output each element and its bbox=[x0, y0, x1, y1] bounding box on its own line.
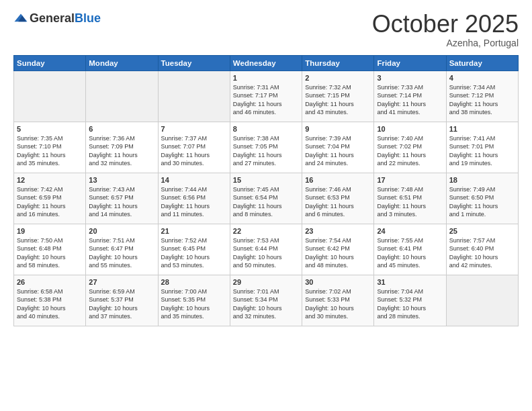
day-info: Sunrise: 7:45 AM Sunset: 6:54 PM Dayligh… bbox=[233, 185, 299, 219]
calendar-cell: 23Sunrise: 7:54 AM Sunset: 6:42 PM Dayli… bbox=[302, 224, 374, 275]
day-info: Sunrise: 7:43 AM Sunset: 6:57 PM Dayligh… bbox=[89, 185, 154, 219]
calendar-cell: 4Sunrise: 7:34 AM Sunset: 7:12 PM Daylig… bbox=[446, 71, 518, 122]
day-number: 4 bbox=[449, 74, 515, 82]
logo-text: GeneralBlue bbox=[30, 11, 101, 26]
day-number: 31 bbox=[377, 278, 443, 286]
calendar-cell: 19Sunrise: 7:50 AM Sunset: 6:48 PM Dayli… bbox=[14, 224, 86, 275]
day-number: 16 bbox=[305, 176, 371, 184]
day-info: Sunrise: 7:54 AM Sunset: 6:42 PM Dayligh… bbox=[305, 236, 371, 270]
day-info: Sunrise: 7:00 AM Sunset: 5:35 PM Dayligh… bbox=[161, 287, 227, 321]
logo: GeneralBlue bbox=[13, 11, 101, 26]
header-thursday: Thursday bbox=[302, 55, 374, 71]
day-info: Sunrise: 7:36 AM Sunset: 7:09 PM Dayligh… bbox=[89, 134, 154, 168]
day-info: Sunrise: 7:40 AM Sunset: 7:02 PM Dayligh… bbox=[377, 134, 443, 168]
day-info: Sunrise: 7:52 AM Sunset: 6:45 PM Dayligh… bbox=[161, 236, 227, 270]
day-info: Sunrise: 7:48 AM Sunset: 6:51 PM Dayligh… bbox=[377, 185, 443, 219]
day-info: Sunrise: 7:34 AM Sunset: 7:12 PM Dayligh… bbox=[449, 83, 515, 117]
day-info: Sunrise: 7:04 AM Sunset: 5:32 PM Dayligh… bbox=[377, 287, 443, 321]
calendar-cell: 3Sunrise: 7:33 AM Sunset: 7:14 PM Daylig… bbox=[374, 71, 446, 122]
day-info: Sunrise: 6:58 AM Sunset: 5:38 PM Dayligh… bbox=[17, 287, 83, 321]
logo-blue: Blue bbox=[75, 11, 101, 25]
calendar-cell: 27Sunrise: 6:59 AM Sunset: 5:37 PM Dayli… bbox=[86, 275, 158, 326]
logo-general: General bbox=[30, 11, 75, 25]
day-info: Sunrise: 7:42 AM Sunset: 6:59 PM Dayligh… bbox=[17, 185, 83, 219]
calendar-cell: 6Sunrise: 7:36 AM Sunset: 7:09 PM Daylig… bbox=[86, 122, 158, 173]
day-number: 19 bbox=[17, 227, 83, 235]
calendar-cell: 28Sunrise: 7:00 AM Sunset: 5:35 PM Dayli… bbox=[158, 275, 230, 326]
header-sunday: Sunday bbox=[14, 55, 86, 71]
day-info: Sunrise: 7:37 AM Sunset: 7:07 PM Dayligh… bbox=[161, 134, 227, 168]
calendar-week-row-1: 1Sunrise: 7:31 AM Sunset: 7:17 PM Daylig… bbox=[14, 71, 519, 122]
day-number: 25 bbox=[449, 227, 515, 235]
day-number: 20 bbox=[89, 227, 154, 235]
calendar-cell: 24Sunrise: 7:55 AM Sunset: 6:41 PM Dayli… bbox=[374, 224, 446, 275]
day-number: 15 bbox=[233, 176, 299, 184]
calendar-cell: 5Sunrise: 7:35 AM Sunset: 7:10 PM Daylig… bbox=[14, 122, 86, 173]
header-monday: Monday bbox=[86, 55, 158, 71]
day-number: 8 bbox=[233, 125, 299, 133]
day-info: Sunrise: 7:01 AM Sunset: 5:34 PM Dayligh… bbox=[233, 287, 299, 321]
calendar-cell: 9Sunrise: 7:39 AM Sunset: 7:04 PM Daylig… bbox=[302, 122, 374, 173]
day-number: 1 bbox=[233, 74, 299, 82]
day-info: Sunrise: 6:59 AM Sunset: 5:37 PM Dayligh… bbox=[89, 287, 154, 321]
day-number: 26 bbox=[17, 278, 83, 286]
day-number: 30 bbox=[305, 278, 371, 286]
header-saturday: Saturday bbox=[446, 55, 518, 71]
day-info: Sunrise: 7:44 AM Sunset: 6:56 PM Dayligh… bbox=[161, 185, 227, 219]
day-number: 11 bbox=[449, 125, 515, 133]
day-info: Sunrise: 7:51 AM Sunset: 6:47 PM Dayligh… bbox=[89, 236, 154, 270]
day-number: 2 bbox=[305, 74, 371, 82]
day-info: Sunrise: 7:46 AM Sunset: 6:53 PM Dayligh… bbox=[305, 185, 371, 219]
calendar-cell: 13Sunrise: 7:43 AM Sunset: 6:57 PM Dayli… bbox=[86, 173, 158, 224]
calendar-cell: 30Sunrise: 7:02 AM Sunset: 5:33 PM Dayli… bbox=[302, 275, 374, 326]
day-number: 9 bbox=[305, 125, 371, 133]
calendar-cell: 21Sunrise: 7:52 AM Sunset: 6:45 PM Dayli… bbox=[158, 224, 230, 275]
title-block: October 2025 Azenha, Portugal bbox=[372, 11, 519, 48]
day-number: 21 bbox=[161, 227, 227, 235]
calendar-cell: 7Sunrise: 7:37 AM Sunset: 7:07 PM Daylig… bbox=[158, 122, 230, 173]
day-info: Sunrise: 7:49 AM Sunset: 6:50 PM Dayligh… bbox=[449, 185, 515, 219]
calendar-cell bbox=[158, 71, 230, 122]
weekday-header-row: Sunday Monday Tuesday Wednesday Thursday… bbox=[14, 55, 519, 71]
calendar-cell: 10Sunrise: 7:40 AM Sunset: 7:02 PM Dayli… bbox=[374, 122, 446, 173]
day-info: Sunrise: 7:39 AM Sunset: 7:04 PM Dayligh… bbox=[305, 134, 371, 168]
calendar-cell: 25Sunrise: 7:57 AM Sunset: 6:40 PM Dayli… bbox=[446, 224, 518, 275]
calendar-table: Sunday Monday Tuesday Wednesday Thursday… bbox=[13, 55, 519, 326]
header-tuesday: Tuesday bbox=[158, 55, 230, 71]
day-number: 28 bbox=[161, 278, 227, 286]
calendar-week-row-3: 12Sunrise: 7:42 AM Sunset: 6:59 PM Dayli… bbox=[14, 173, 519, 224]
day-info: Sunrise: 7:50 AM Sunset: 6:48 PM Dayligh… bbox=[17, 236, 83, 270]
day-number: 6 bbox=[89, 125, 154, 133]
calendar-cell: 2Sunrise: 7:32 AM Sunset: 7:15 PM Daylig… bbox=[302, 71, 374, 122]
day-number: 24 bbox=[377, 227, 443, 235]
calendar-week-row-4: 19Sunrise: 7:50 AM Sunset: 6:48 PM Dayli… bbox=[14, 224, 519, 275]
day-number: 22 bbox=[233, 227, 299, 235]
calendar-page: GeneralBlue October 2025 Azenha, Portuga… bbox=[0, 0, 532, 411]
day-number: 5 bbox=[17, 125, 83, 133]
day-info: Sunrise: 7:02 AM Sunset: 5:33 PM Dayligh… bbox=[305, 287, 371, 321]
calendar-cell: 8Sunrise: 7:38 AM Sunset: 7:05 PM Daylig… bbox=[230, 122, 302, 173]
day-info: Sunrise: 7:53 AM Sunset: 6:44 PM Dayligh… bbox=[233, 236, 299, 270]
day-number: 18 bbox=[449, 176, 515, 184]
header-friday: Friday bbox=[374, 55, 446, 71]
day-number: 12 bbox=[17, 176, 83, 184]
calendar-cell: 16Sunrise: 7:46 AM Sunset: 6:53 PM Dayli… bbox=[302, 173, 374, 224]
calendar-week-row-5: 26Sunrise: 6:58 AM Sunset: 5:38 PM Dayli… bbox=[14, 275, 519, 326]
calendar-cell: 11Sunrise: 7:41 AM Sunset: 7:01 PM Dayli… bbox=[446, 122, 518, 173]
month-title: October 2025 bbox=[372, 11, 519, 38]
header: GeneralBlue October 2025 Azenha, Portuga… bbox=[13, 11, 519, 48]
day-number: 7 bbox=[161, 125, 227, 133]
logo-icon bbox=[13, 11, 28, 26]
day-number: 10 bbox=[377, 125, 443, 133]
day-number: 17 bbox=[377, 176, 443, 184]
day-number: 3 bbox=[377, 74, 443, 82]
calendar-cell: 26Sunrise: 6:58 AM Sunset: 5:38 PM Dayli… bbox=[14, 275, 86, 326]
calendar-cell bbox=[86, 71, 158, 122]
calendar-cell: 22Sunrise: 7:53 AM Sunset: 6:44 PM Dayli… bbox=[230, 224, 302, 275]
calendar-cell: 20Sunrise: 7:51 AM Sunset: 6:47 PM Dayli… bbox=[86, 224, 158, 275]
day-number: 29 bbox=[233, 278, 299, 286]
calendar-cell: 12Sunrise: 7:42 AM Sunset: 6:59 PM Dayli… bbox=[14, 173, 86, 224]
day-info: Sunrise: 7:57 AM Sunset: 6:40 PM Dayligh… bbox=[449, 236, 515, 270]
day-number: 27 bbox=[89, 278, 154, 286]
calendar-week-row-2: 5Sunrise: 7:35 AM Sunset: 7:10 PM Daylig… bbox=[14, 122, 519, 173]
